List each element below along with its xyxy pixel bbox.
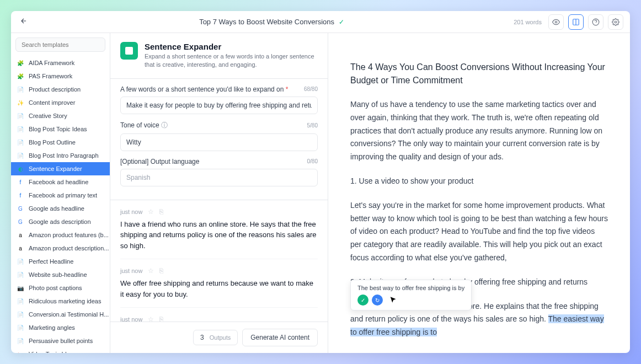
copy-icon[interactable]: ⎘: [159, 315, 163, 322]
search-input[interactable]: [15, 38, 105, 52]
field-expand: A few words or a short sentence you'd li…: [120, 85, 318, 114]
template-label: Sentence Expander: [29, 165, 82, 172]
template-label: Photo post captions: [29, 285, 82, 291]
editor-heading[interactable]: The 4 Ways You Can Boost Conversions Wit…: [350, 61, 608, 87]
editor-paragraph[interactable]: 3. Offer a money-back guarantee: [350, 350, 608, 353]
svg-point-0: [555, 21, 557, 23]
sidebar-template-item[interactable]: 📄Product description: [11, 83, 110, 96]
results-list[interactable]: just now☆⎘I have a friend who runs an on…: [110, 200, 328, 322]
result-text: We offer free shipping and returns becau…: [120, 278, 318, 299]
result-time: just now: [120, 316, 142, 322]
help-button[interactable]: [588, 14, 603, 30]
template-icon: ▶: [17, 350, 24, 353]
template-label: Creative Story: [29, 113, 67, 119]
topbar: Top 7 Ways to Boost Website Conversions …: [11, 11, 630, 33]
template-icon: 📄: [17, 258, 24, 265]
template-icon: 🧩: [17, 72, 24, 80]
template-header: Sentence Expander Expand a short sentenc…: [110, 33, 328, 79]
char-count: 68/80: [304, 86, 318, 92]
char-count: 0/80: [307, 158, 318, 164]
template-label: Amazon product features (b...: [29, 232, 109, 238]
sidebar-template-item[interactable]: ◐Sentence Expander: [11, 162, 110, 175]
back-button[interactable]: [18, 15, 30, 29]
template-icon: G: [17, 218, 24, 226]
field-label: [Optional] Output language: [120, 158, 199, 165]
sidebar-template-item[interactable]: 🧩PAS Framework: [11, 69, 110, 83]
sidebar-template-item[interactable]: ▶Video Topic Ideas: [11, 347, 110, 353]
template-label: Perfect Headline: [29, 258, 73, 265]
editor-paragraph[interactable]: Many of us have a tendency to use the sa…: [350, 98, 608, 164]
result-item[interactable]: just now☆⎘We offer free shipping and ret…: [120, 259, 318, 308]
template-label: Product description: [29, 86, 81, 93]
suggestion-popup: The best way to offer free shipping is b…: [350, 280, 472, 311]
template-icon: 📄: [17, 297, 24, 305]
preview-button[interactable]: [548, 14, 564, 30]
result-item[interactable]: just now☆⎘I have a friend who runs an on…: [120, 200, 318, 260]
sidebar-template-item[interactable]: ✨Content improver: [11, 96, 110, 109]
tone-input[interactable]: [120, 133, 318, 151]
topbar-actions: 201 words: [514, 14, 623, 30]
template-label: PAS Framework: [29, 73, 72, 79]
sidebar-template-item[interactable]: 📄Persuasive bullet points: [11, 334, 110, 347]
template-icon: 📄: [17, 337, 24, 345]
sidebar-template-item[interactable]: 📄Website sub-headline: [11, 268, 110, 281]
generate-button[interactable]: Generate AI content: [242, 329, 318, 346]
template-label: Persuasive bullet points: [29, 338, 93, 344]
word-count: 201 words: [514, 19, 542, 25]
language-input[interactable]: [120, 169, 318, 186]
star-icon[interactable]: ☆: [148, 315, 154, 322]
sidebar-template-item[interactable]: aAmazon product features (b...: [11, 228, 110, 242]
sidebar-template-item[interactable]: fFacebook ad primary text: [11, 189, 110, 202]
template-label: Blog Post Outline: [29, 139, 76, 146]
copy-icon[interactable]: ⎘: [159, 267, 163, 275]
copy-icon[interactable]: ⎘: [159, 208, 163, 216]
accept-suggestion-button[interactable]: ✓: [357, 295, 368, 306]
sidebar-template-item[interactable]: GGoogle ads description: [11, 215, 110, 228]
refresh-suggestion-button[interactable]: ↻: [372, 295, 383, 306]
template-icon: 📄: [17, 112, 24, 120]
sidebar-template-item[interactable]: 📄Blog Post Topic Ideas: [11, 122, 110, 136]
template-icon: G: [17, 205, 24, 212]
outputs-label: Outputs: [210, 334, 231, 341]
editor-paragraph[interactable]: 1. Use a video to show your product: [350, 175, 608, 188]
sidebar-template-item[interactable]: 📄Blog Post Outline: [11, 136, 110, 149]
star-icon[interactable]: ☆: [148, 208, 154, 216]
settings-button[interactable]: [608, 14, 623, 30]
sidebar-template-item[interactable]: 📷Photo post captions: [11, 281, 110, 295]
template-list[interactable]: 🧩AIDA Framework🧩PAS Framework📄Product de…: [11, 56, 110, 353]
document-editor[interactable]: The 4 Ways You Can Boost Conversions Wit…: [328, 33, 630, 353]
template-form: A few words or a short sentence you'd li…: [110, 79, 328, 200]
document-title[interactable]: Top 7 Ways to Boost Website Conversions: [199, 18, 334, 26]
sidebar-template-item[interactable]: 📄Perfect Headline: [11, 255, 110, 268]
template-label: Blog Post Topic Ideas: [29, 126, 87, 132]
template-icon: 📄: [17, 271, 24, 279]
result-item[interactable]: just now☆⎘If you're going to offer free …: [120, 308, 318, 322]
template-label: Facebook ad headline: [29, 179, 88, 185]
sidebar-template-item[interactable]: aAmazon product description...: [11, 242, 110, 255]
star-icon[interactable]: ☆: [148, 267, 154, 275]
layout-toggle-button[interactable]: [568, 14, 584, 30]
sidebar-template-item[interactable]: GGoogle ads headline: [11, 202, 110, 215]
template-panel: Sentence Expander Expand a short sentenc…: [110, 33, 328, 353]
template-icon: ✨: [17, 99, 24, 106]
template-sidebar: 🧩AIDA Framework🧩PAS Framework📄Product de…: [11, 33, 110, 353]
saved-check-icon: ✓: [339, 18, 344, 26]
sidebar-template-item[interactable]: 📄Conversion.ai Testimonial H...: [11, 308, 110, 321]
sidebar-template-item[interactable]: fFacebook ad headline: [11, 175, 110, 189]
sidebar-template-item[interactable]: 📄Blog Post Intro Paragraph: [11, 149, 110, 162]
template-icon: f: [17, 178, 24, 186]
template-label: Website sub-headline: [29, 271, 87, 278]
app-window: Top 7 Ways to Boost Website Conversions …: [11, 11, 630, 353]
editor-paragraph[interactable]: Let's say you're in the market for some …: [350, 199, 608, 265]
sidebar-template-item[interactable]: 🧩AIDA Framework: [11, 56, 110, 69]
sidebar-template-item[interactable]: 📄Ridiculous marketing ideas: [11, 295, 110, 308]
result-time: just now: [120, 208, 142, 215]
template-label: Conversion.ai Testimonial H...: [29, 311, 109, 318]
sidebar-template-item[interactable]: 📄Creative Story: [11, 109, 110, 122]
expand-input[interactable]: [120, 97, 318, 114]
outputs-stepper[interactable]: 3 Outputs: [193, 330, 238, 345]
outputs-count: 3: [200, 334, 204, 341]
template-icon: a: [17, 244, 24, 252]
template-icon: 📄: [17, 85, 24, 93]
sidebar-template-item[interactable]: 📄Marketing angles: [11, 321, 110, 334]
